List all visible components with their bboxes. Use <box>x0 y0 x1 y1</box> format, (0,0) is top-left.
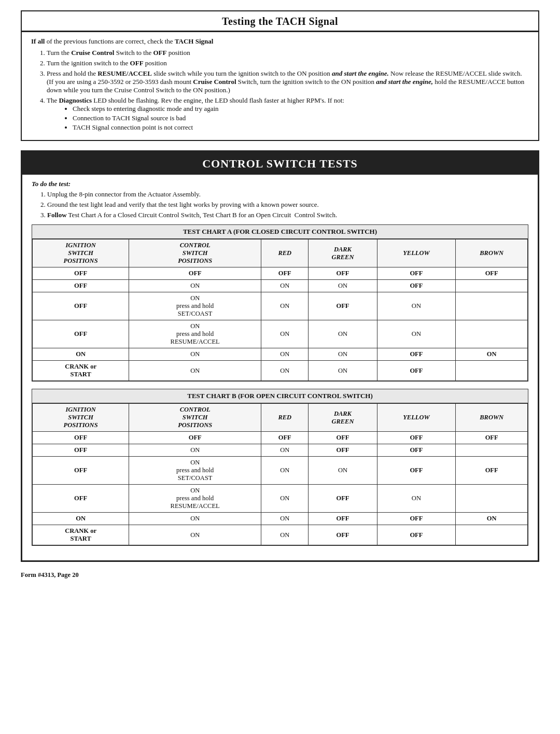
cell: OFF <box>33 432 129 444</box>
cell: OFF <box>377 513 456 525</box>
css-title: CONTROL SWITCH TESTS <box>22 152 538 175</box>
cell: ON <box>309 457 377 485</box>
cell: OFF <box>456 267 528 280</box>
tach-intro: If all of the previous functions are cor… <box>31 37 529 46</box>
cell: ON <box>261 348 309 361</box>
cell: OFF <box>377 348 456 361</box>
cell: ONpress and holdRESUME/ACCEL <box>129 485 261 513</box>
chart-a-header-row: IGNITIONSWITCHPOSITIONS CONTROLSWITCHPOS… <box>33 239 528 267</box>
table-row: OFF OFF OFF OFF OFF OFF <box>33 267 528 280</box>
cell: ON <box>261 525 309 545</box>
cell: OFF <box>309 292 377 320</box>
chart-b-col-red: RED <box>261 404 309 432</box>
cell: ONpress and holdSET/COAST <box>129 457 261 485</box>
cell <box>456 444 528 457</box>
tach-step-4: The Diagnostics LED should be flashing. … <box>47 96 529 132</box>
chart-a-col-red: RED <box>261 239 309 267</box>
cell: OFF <box>377 432 456 444</box>
cell: ON <box>129 348 261 361</box>
cell <box>456 280 528 292</box>
tach-step-1: Turn the Cruise Control Switch to the OF… <box>47 49 529 57</box>
cell: OFF <box>456 432 528 444</box>
cell: ON <box>129 525 261 545</box>
cell: ON <box>309 280 377 292</box>
chart-b-col-ign: IGNITIONSWITCHPOSITIONS <box>33 404 129 432</box>
tach-steps: Turn the Cruise Control Switch to the OF… <box>47 49 529 132</box>
cell: OFF <box>377 280 456 292</box>
cell: OFF <box>309 485 377 513</box>
tach-step-3: Press and hold the RESUME/ACCEL slide sw… <box>47 69 529 94</box>
table-row: OFF ONpress and holdRESUME/ACCEL ON OFF … <box>33 485 528 513</box>
cell: ON <box>129 361 261 381</box>
cell: ON <box>261 280 309 292</box>
cell: CRANK orSTART <box>33 525 129 545</box>
cell: ON <box>33 513 129 525</box>
tach-title: Testing the TACH Signal <box>22 11 538 32</box>
page: Testing the TACH Signal If all of the pr… <box>0 0 560 734</box>
cell: OFF <box>377 444 456 457</box>
cell: ON <box>456 348 528 361</box>
css-body: To do the test: Unplug the 8-pin connect… <box>22 175 538 560</box>
tach-bullet-3: TACH Signal connection point is not corr… <box>73 123 529 132</box>
cell: OFF <box>377 525 456 545</box>
cell: ON <box>261 292 309 320</box>
cell: OFF <box>33 457 129 485</box>
cell: ON <box>377 320 456 348</box>
cell: ON <box>129 513 261 525</box>
chart-b-table: IGNITIONSWITCHPOSITIONS CONTROLSWITCHPOS… <box>32 403 528 545</box>
chart-b-col-yellow: YELLOW <box>377 404 456 432</box>
footer: Form #4313, Page 20 <box>21 571 539 579</box>
table-row: OFF ONpress and holdSET/COAST ON ON OFF … <box>33 457 528 485</box>
cell: OFF <box>129 267 261 280</box>
cell: OFF <box>261 432 309 444</box>
cell: ON <box>377 292 456 320</box>
cell: ON <box>261 485 309 513</box>
tach-bullet-2: Connection to TACH Signal source is bad <box>73 114 529 122</box>
cell: OFF <box>309 432 377 444</box>
cell: ONpress and holdRESUME/ACCEL <box>129 320 261 348</box>
cell: ON <box>261 513 309 525</box>
cell: OFF <box>33 267 129 280</box>
css-section: CONTROL SWITCH TESTS To do the test: Unp… <box>21 150 539 562</box>
table-row: CRANK orSTART ON ON ON OFF <box>33 361 528 381</box>
cell: OFF <box>309 513 377 525</box>
table-row: CRANK orSTART ON ON OFF OFF <box>33 525 528 545</box>
cell: ON <box>309 348 377 361</box>
cell: OFF <box>33 292 129 320</box>
cell: ON <box>309 320 377 348</box>
cell: OFF <box>261 267 309 280</box>
tach-bullet-1: Check steps to entering diagnostic mode … <box>73 105 529 113</box>
cell: ON <box>261 361 309 381</box>
cell: ON <box>377 485 456 513</box>
table-row: OFF OFF OFF OFF OFF OFF <box>33 432 528 444</box>
chart-a-col-ctrl: CONTROLSWITCHPOSITIONS <box>129 239 261 267</box>
cell: ON <box>309 361 377 381</box>
cell: OFF <box>309 525 377 545</box>
chart-b-title: TEST CHART B (FOR OPEN CIRCUIT CONTROL S… <box>32 389 528 403</box>
table-row: OFF ONpress and holdRESUME/ACCEL ON ON O… <box>33 320 528 348</box>
chart-b-col-ctrl: CONTROLSWITCHPOSITIONS <box>129 404 261 432</box>
chart-a-col-ign: IGNITIONSWITCHPOSITIONS <box>33 239 129 267</box>
table-row: OFF ON ON OFF OFF <box>33 444 528 457</box>
chart-b-wrapper: TEST CHART B (FOR OPEN CIRCUIT CONTROL S… <box>32 389 528 546</box>
chart-b-col-dg: DARKGREEN <box>309 404 377 432</box>
table-row: OFF ON ON ON OFF <box>33 280 528 292</box>
cell: ONpress and holdSET/COAST <box>129 292 261 320</box>
css-step-3: Follow Test Chart A for a Closed Circuit… <box>47 211 528 219</box>
cell: ON <box>261 320 309 348</box>
cell: OFF <box>377 457 456 485</box>
cell: OFF <box>129 432 261 444</box>
cell: OFF <box>33 280 129 292</box>
cell: ON <box>261 457 309 485</box>
chart-b-header-row: IGNITIONSWITCHPOSITIONS CONTROLSWITCHPOS… <box>33 404 528 432</box>
cell: OFF <box>33 444 129 457</box>
cell: OFF <box>309 444 377 457</box>
cell: ON <box>261 444 309 457</box>
cell <box>456 292 528 320</box>
table-row: OFF ONpress and holdSET/COAST ON OFF ON <box>33 292 528 320</box>
cell <box>456 525 528 545</box>
chart-a-title: TEST CHART A (FOR CLOSED CIRCUIT CONTROL… <box>32 225 528 239</box>
cell: ON <box>129 444 261 457</box>
cell <box>456 320 528 348</box>
tach-body: If all of the previous functions are cor… <box>22 32 538 140</box>
